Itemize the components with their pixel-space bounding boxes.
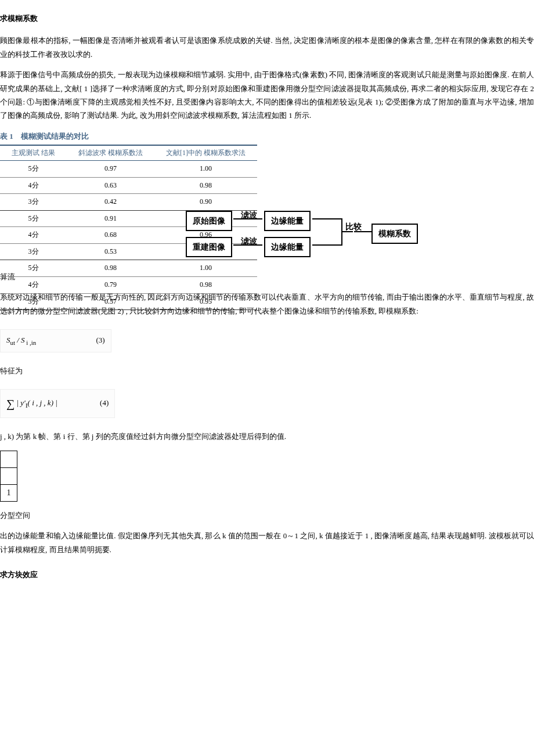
diagram-label-filter: 滤波	[241, 234, 257, 249]
paragraph: 释源于图像信号中高频成份的损失, 一般表现为边缘模糊和细节减弱. 实用中, 由于…	[0, 68, 534, 123]
table-row: 3分0.570.95	[0, 293, 257, 310]
table-cell: 0.68	[67, 227, 154, 244]
filter-cell	[1, 467, 17, 484]
table-cell: 0.98	[154, 177, 257, 194]
paragraph: 分型空间	[0, 509, 534, 522]
table-cell: 5分	[0, 210, 67, 227]
table-cell: 4分	[0, 177, 67, 194]
table-caption: 表 1 模糊测试结果的对比	[0, 129, 534, 143]
table-cell: 0.91	[67, 210, 154, 227]
diagram-box-blur-coef: 模糊系数	[371, 224, 418, 244]
table-cell: 1.00	[154, 160, 257, 177]
diagram-box-edge: 边缘能量	[264, 211, 311, 231]
table-cell: 5分	[0, 260, 67, 277]
table-row: 4分0.630.98	[0, 177, 257, 194]
table-row: 5分0.981.00	[0, 260, 257, 277]
table-cell: 0.53	[67, 243, 154, 260]
section-heading-block: 求方块效应	[0, 568, 534, 581]
paragraph: 顾图像最根本的指标, 一幅图像是否清晰并被观看者认可是该图像系统成败的关键. 当…	[0, 34, 534, 61]
table-cell: 0.57	[67, 293, 154, 310]
diagram-box-edge: 边缘能量	[264, 237, 311, 257]
table-cell: 0.63	[67, 177, 154, 194]
table-cell: 0.97	[67, 160, 154, 177]
table-row: 3分0.420.90	[0, 194, 257, 211]
filter-cell: 1	[1, 484, 17, 501]
table-cell: 3分	[0, 194, 67, 211]
table-row: 5分0.971.00	[0, 160, 257, 177]
table-header: 文献[1]中的 模糊系数求法	[154, 145, 257, 160]
paragraph: 出的边缘能量和输入边缘能量比值. 假定图像序列无其他失真, 那么 k 值的范围一…	[0, 529, 534, 556]
table-cell: 4分	[0, 227, 67, 244]
table-cell: 3分	[0, 293, 67, 310]
table-cell: 0.98	[67, 260, 154, 277]
equation-4: ∑ | y′I( i , j , k) | (4)	[0, 389, 115, 418]
table-cell: 0.42	[67, 194, 154, 211]
table-cell: 4分	[0, 277, 67, 294]
table-header: 斜滤波求 模糊系数法	[67, 145, 154, 160]
diagram-box-original: 原始图像	[186, 211, 232, 231]
table-row: 4分0.790.98	[0, 277, 257, 294]
table-cell: 5分	[0, 160, 67, 177]
table-header: 主观测试 结果	[0, 145, 67, 160]
table-cell: 3分	[0, 243, 67, 260]
table-cell: 0.98	[154, 277, 257, 294]
table-cell: 1.00	[154, 260, 257, 277]
section-heading-blur: 求模糊系数	[0, 12, 534, 25]
equation-3: Sut / S i ,in (3)	[0, 329, 111, 352]
table-cell: 0.79	[67, 277, 154, 294]
paragraph: j , k) 为第 k 帧、第 i 行、第 j 列的亮度值经过斜方向微分型空间滤…	[0, 430, 534, 443]
table-cell: 0.95	[154, 293, 257, 310]
filter-matrix: 1	[0, 451, 17, 502]
diagram-box-rebuild: 重建图像	[186, 237, 232, 257]
paragraph: 特征为	[0, 364, 534, 377]
diagram-label-filter: 滤波	[241, 208, 257, 222]
filter-cell	[1, 451, 17, 467]
